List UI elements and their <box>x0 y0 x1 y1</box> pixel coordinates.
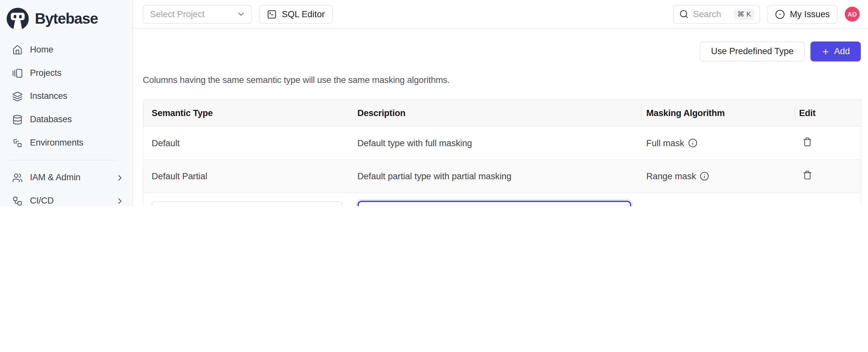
info-icon[interactable] <box>700 171 709 181</box>
avatar[interactable]: AD <box>845 6 860 22</box>
masking-algorithm-cell: Full mask <box>641 126 794 159</box>
column-header-semantic-type: Semantic Type <box>143 100 349 126</box>
circle-dot-icon <box>775 9 785 19</box>
projects-icon <box>12 68 23 78</box>
sql-editor-button[interactable]: SQL Editor <box>259 5 333 24</box>
terminal-square-icon <box>267 9 277 19</box>
pencil-icon <box>681 206 690 206</box>
chevron-right-icon <box>115 173 125 182</box>
page-description: Columns having the same semantic type wi… <box>143 75 861 85</box>
semantic-type-input[interactable] <box>152 201 342 206</box>
sidebar-item-label: Databases <box>30 115 125 125</box>
sidebar-item-label: Environments <box>30 138 125 148</box>
environments-icon <box>12 137 23 148</box>
search-placeholder: Search <box>693 9 721 19</box>
plus-icon <box>821 47 830 56</box>
table-row-editing: Default <box>143 193 861 206</box>
info-icon[interactable] <box>688 138 698 148</box>
semantic-types-page: Use Predefined Type Add Columns having t… <box>133 29 868 206</box>
trash-icon <box>803 170 812 180</box>
description-input[interactable] <box>358 201 631 206</box>
description-cell: Default type with full masking <box>349 126 641 159</box>
my-issues-label: My Issues <box>790 9 830 19</box>
add-button-label: Add <box>834 46 850 56</box>
sql-editor-label: SQL Editor <box>282 9 325 19</box>
table-header-row: Semantic Type Description Masking Algori… <box>143 100 861 126</box>
sidebar-item-home[interactable]: Home <box>0 38 132 62</box>
sidebar-item-projects[interactable]: Projects <box>0 61 132 85</box>
masking-algorithm-cell: Range mask <box>641 159 794 193</box>
delete-button[interactable] <box>803 170 812 180</box>
semantic-types-table: Semantic Type Description Masking Algori… <box>143 99 861 206</box>
sidebar-item-label: CI/CD <box>30 196 108 206</box>
table-row: Default Default type with full masking F… <box>143 126 861 159</box>
column-header-edit: Edit <box>795 100 861 126</box>
algorithm-label: Range mask <box>646 171 696 181</box>
sidebar-item-label: Instances <box>30 91 125 101</box>
add-button[interactable]: Add <box>811 41 861 61</box>
delete-button[interactable] <box>803 137 812 147</box>
sidebar-item-databases[interactable]: Databases <box>0 108 132 131</box>
sidebar-item-cicd[interactable]: CI/CD <box>0 189 132 206</box>
edit-cell <box>795 159 861 193</box>
sidebar-divider <box>9 160 117 160</box>
description-cell: Default partial type with partial maskin… <box>349 159 641 193</box>
brand-wordmark: Bytebase <box>35 10 98 28</box>
sidebar-nav: Home Projects Instances Databases <box>0 33 132 206</box>
home-icon <box>12 44 23 55</box>
description-cell <box>349 193 641 206</box>
undo-icon <box>803 205 812 206</box>
sidebar-item-environments[interactable]: Environments <box>0 131 132 154</box>
column-header-masking-algorithm: Masking Algorithm <box>641 100 794 126</box>
edit-cell <box>795 193 861 206</box>
topbar: Select Project SQL Editor Search ⌘ K <box>133 0 868 29</box>
edit-algorithm-button[interactable] <box>681 206 690 206</box>
sidebar-item-label: Projects <box>30 68 125 78</box>
bytebase-logo-icon <box>5 6 30 31</box>
sidebar: Bytebase Home Projects Instances <box>0 0 133 206</box>
edit-cell <box>795 126 861 159</box>
my-issues-button[interactable]: My Issues <box>767 5 838 24</box>
column-header-description: Description <box>349 100 641 126</box>
search-icon <box>679 9 689 19</box>
semantic-type-cell: Default Partial <box>143 159 349 193</box>
algorithm-label: Full mask <box>646 138 684 148</box>
undo-button[interactable] <box>803 205 812 206</box>
project-select-placeholder: Select Project <box>150 9 236 19</box>
sidebar-item-instances[interactable]: Instances <box>0 85 132 108</box>
confirm-check-icon <box>820 205 830 206</box>
semantic-type-cell <box>143 193 349 206</box>
sidebar-item-iam-admin[interactable]: IAM & Admin <box>0 166 132 189</box>
semantic-type-cell: Default <box>143 126 349 159</box>
search-input[interactable]: Search ⌘ K <box>673 5 760 24</box>
workflow-icon <box>12 195 23 206</box>
table-row: Default Partial Default partial type wit… <box>143 159 861 193</box>
chevron-down-icon <box>237 9 246 19</box>
confirm-button[interactable] <box>820 205 830 206</box>
trash-icon <box>803 137 812 147</box>
chevron-right-icon <box>115 196 125 205</box>
search-shortcut-badge: ⌘ K <box>734 8 754 20</box>
users-icon <box>12 172 23 183</box>
layers-icon <box>12 91 23 101</box>
use-predefined-type-button[interactable]: Use Predefined Type <box>700 41 805 61</box>
project-select[interactable]: Select Project <box>143 5 252 24</box>
database-icon <box>12 114 23 125</box>
sidebar-item-label: Home <box>30 45 125 55</box>
bytebase-app: Bytebase Home Projects Instances <box>0 0 868 206</box>
brand-logo[interactable]: Bytebase <box>0 0 132 33</box>
algorithm-label: Default <box>646 205 674 206</box>
page-actions: Use Predefined Type Add <box>143 41 861 61</box>
avatar-initials: AD <box>847 11 857 17</box>
masking-algorithm-cell: Default <box>641 193 794 206</box>
sidebar-item-label: IAM & Admin <box>30 172 108 183</box>
